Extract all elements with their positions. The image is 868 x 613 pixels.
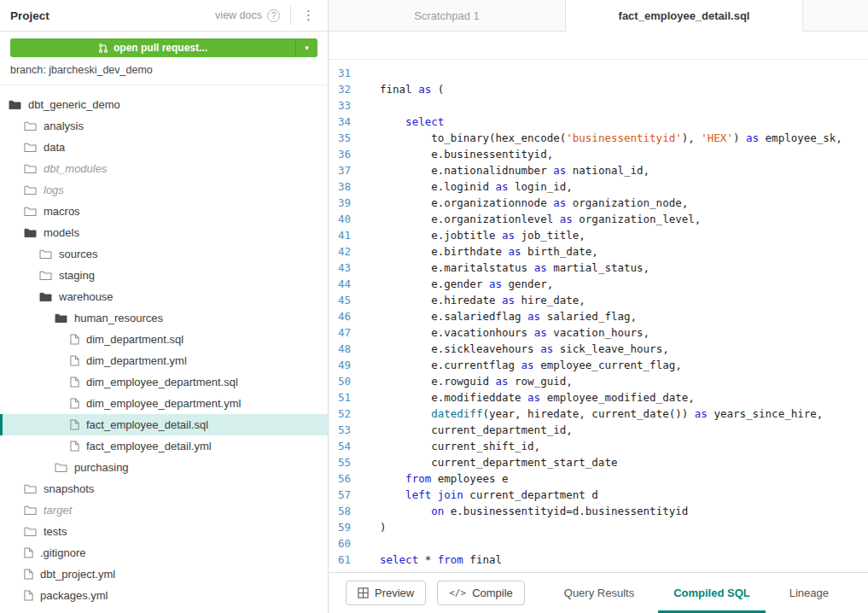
code-text: datediff(year, hiredate, current_date())…: [363, 406, 823, 422]
code-line-38[interactable]: 38 e.loginid as login_id,: [329, 178, 868, 195]
code-text: e.modifieddate as employee_modified_date…: [363, 389, 695, 406]
code-line-40[interactable]: 40 e.organizationlevel as organization_l…: [329, 211, 868, 227]
code-line-37[interactable]: 37 e.nationalidnumber as national_id,: [329, 162, 868, 178]
code-line-47[interactable]: 47 e.vacationhours as vacation_hours,: [329, 324, 868, 341]
tree-item-logs[interactable]: logs: [0, 179, 328, 201]
grid-icon: [358, 587, 369, 598]
code-line-57[interactable]: 57 left join current_department d: [329, 487, 868, 503]
help-icon[interactable]: ?: [267, 9, 280, 22]
line-number: 39: [329, 195, 363, 211]
code-text: from employees e: [363, 470, 509, 487]
tab-label: Compiled SQL: [673, 587, 750, 599]
tree-item-dbt_project.yml[interactable]: dbt_project.yml: [0, 563, 328, 585]
tree-item-sources[interactable]: sources: [0, 243, 328, 265]
code-line-54[interactable]: 54 current_shift_id,: [329, 438, 868, 454]
tree-item-analysis[interactable]: analysis: [0, 115, 328, 137]
code-line-33[interactable]: 33: [329, 97, 868, 114]
tree-item-human_resources[interactable]: human_resources: [0, 307, 328, 329]
folder-icon: [24, 526, 37, 537]
code-line-41[interactable]: 41 e.jobtitle as job_title,: [329, 227, 868, 243]
tree-item-label: packages.yml: [40, 589, 108, 602]
folder-icon: [24, 142, 37, 153]
line-number: 37: [329, 162, 363, 178]
code-line-39[interactable]: 39 e.organizationnode as organization_no…: [329, 195, 868, 211]
project-title: Project: [10, 9, 215, 22]
code-line-58[interactable]: 58 on e.businessentityid=d.businessentit…: [329, 503, 868, 519]
tree-item-dbt_generic_demo[interactable]: dbt_generic_demo: [0, 94, 328, 115]
tree-item-staging[interactable]: staging: [0, 265, 328, 286]
line-number: 54: [329, 438, 363, 454]
code-editor[interactable]: 3132final as (3334 select35 to_binary(he…: [329, 60, 868, 572]
tab-scratchpad-1[interactable]: Scratchpad 1: [329, 0, 566, 31]
code-line-52[interactable]: 52 datediff(year, hiredate, current_date…: [329, 406, 868, 422]
tree-item-label: snapshots: [44, 482, 94, 495]
code-line-45[interactable]: 45 e.hiredate as hire_date,: [329, 292, 868, 308]
code-line-46[interactable]: 46 e.salariedflag as salaried_flag,: [329, 308, 868, 324]
code-text: e.jobtitle as job_title,: [363, 227, 585, 243]
code-line-34[interactable]: 34 select: [329, 114, 868, 130]
tree-item-dbt_modules[interactable]: dbt_modules: [0, 158, 328, 179]
tab-lineage[interactable]: Lineage: [774, 573, 844, 613]
line-number: 49: [329, 357, 363, 373]
file-icon: [70, 419, 79, 430]
preview-button-label: Preview: [375, 587, 414, 599]
tree-item-label: dbt_modules: [44, 162, 107, 175]
tree-item-snapshots[interactable]: snapshots: [0, 478, 328, 499]
tree-item-tests[interactable]: tests: [0, 521, 328, 542]
code-line-55[interactable]: 55 current_department_start_date: [329, 454, 868, 470]
folder-icon: [55, 462, 67, 473]
line-number: 50: [329, 373, 363, 389]
pull-request-dropdown-caret[interactable]: ▾: [295, 38, 317, 57]
tree-item-dim_employee_department.yml[interactable]: dim_employee_department.yml: [0, 393, 328, 414]
line-number: 59: [329, 519, 363, 535]
code-text: current_department_start_date: [363, 454, 617, 470]
code-line-61[interactable]: 61select * from final: [329, 552, 868, 568]
tree-item-fact_employee_detail.sql[interactable]: fact_employee_detail.sql: [0, 414, 328, 435]
line-number: 36: [329, 146, 363, 162]
tree-item-dim_department.sql[interactable]: dim_department.sql: [0, 329, 328, 350]
tree-item-macros[interactable]: macros: [0, 201, 328, 222]
code-line-35[interactable]: 35 to_binary(hex_encode('businessentityi…: [329, 130, 868, 146]
code-line-51[interactable]: 51 e.modifieddate as employee_modified_d…: [329, 389, 868, 406]
tab-compiled-sql[interactable]: Compiled SQL: [658, 573, 766, 613]
tree-item-purchasing[interactable]: purchasing: [0, 457, 328, 478]
code-line-31[interactable]: 31: [329, 65, 868, 81]
code-line-49[interactable]: 49 e.currentflag as employee_current_fla…: [329, 357, 868, 373]
tree-item-packages.yml[interactable]: packages.yml: [0, 585, 328, 606]
code-line-53[interactable]: 53 current_department_id,: [329, 422, 868, 438]
tree-item-data[interactable]: data: [0, 137, 328, 158]
pull-request-button-main[interactable]: open pull request...: [10, 38, 295, 57]
code-line-36[interactable]: 36 e.businessentityid,: [329, 146, 868, 162]
code-line-32[interactable]: 32final as (: [329, 81, 868, 97]
code-line-59[interactable]: 59): [329, 519, 868, 535]
code-line-44[interactable]: 44 e.gender as gender,: [329, 276, 868, 292]
tree-item-dim_employee_department.sql[interactable]: dim_employee_department.sql: [0, 371, 328, 393]
git-pull-request-icon: [98, 43, 108, 54]
code-text: e.rowguid as row_guid,: [363, 373, 573, 389]
code-line-42[interactable]: 42 e.birthdate as birth_date,: [329, 243, 868, 260]
tree-item-dim_department.yml[interactable]: dim_department.yml: [0, 350, 328, 371]
preview-button[interactable]: Preview: [346, 581, 426, 605]
code-line-43[interactable]: 43 e.maritalstatus as martial_status,: [329, 260, 868, 276]
code-line-60[interactable]: 60: [329, 535, 868, 552]
tree-item-target[interactable]: target: [0, 499, 328, 521]
tab-fact-employee-detail-sql[interactable]: fact_employee_detail.sql: [566, 0, 803, 31]
view-docs-link[interactable]: view docs: [215, 9, 262, 21]
tab-query-results[interactable]: Query Results: [549, 573, 650, 613]
tree-item-warehouse[interactable]: warehouse: [0, 286, 328, 307]
kebab-menu-icon[interactable]: ⋮: [298, 8, 319, 23]
code-line-56[interactable]: 56 from employees e: [329, 470, 868, 487]
tree-item-.gitignore[interactable]: .gitignore: [0, 542, 328, 563]
code-line-48[interactable]: 48 e.sickleavehours as sick_leave_hours,: [329, 341, 868, 357]
folder-icon: [24, 483, 37, 494]
tree-item-fact_employee_detail.yml[interactable]: fact_employee_detail.yml: [0, 435, 328, 457]
code-text: current_shift_id,: [363, 438, 540, 454]
code-text: current_department_id,: [363, 422, 573, 438]
tree-item-models[interactable]: models: [0, 222, 328, 243]
folder-open-icon: [24, 227, 37, 238]
code-line-50[interactable]: 50 e.rowguid as row_guid,: [329, 373, 868, 389]
folder-icon: [39, 248, 52, 260]
open-pull-request-button[interactable]: open pull request... ▾: [10, 38, 317, 57]
compile-button[interactable]: </> Compile: [437, 581, 525, 605]
folder-open-icon: [55, 312, 67, 324]
